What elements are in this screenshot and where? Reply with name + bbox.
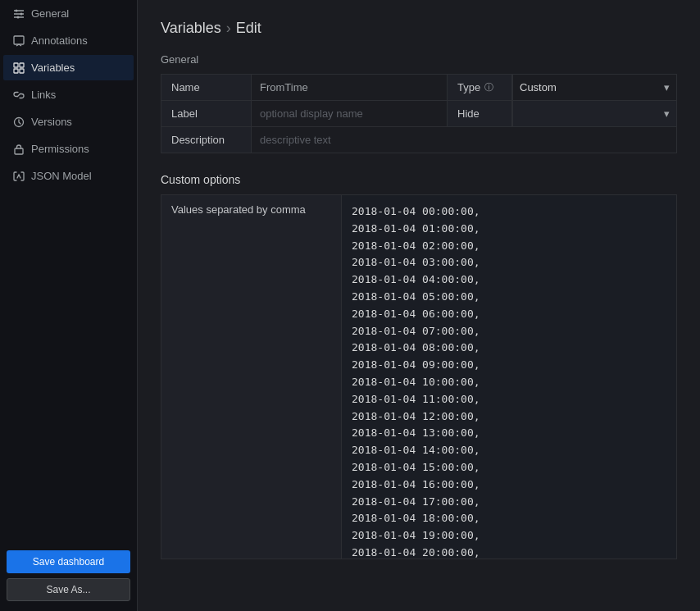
description-input-cell bbox=[252, 127, 676, 153]
sidebar-item-label: Permissions bbox=[31, 143, 89, 155]
type-label: Type bbox=[457, 81, 480, 93]
annotations-icon bbox=[13, 35, 25, 47]
description-label: Description bbox=[161, 127, 252, 153]
general-icon bbox=[13, 8, 25, 20]
name-label: Name bbox=[161, 75, 252, 100]
svg-rect-10 bbox=[20, 63, 24, 67]
description-row: Description bbox=[161, 126, 677, 153]
custom-values-textarea[interactable] bbox=[342, 195, 676, 559]
sidebar-item-label: JSON Model bbox=[31, 170, 92, 182]
hide-label: Hide bbox=[447, 101, 512, 126]
versions-icon bbox=[13, 116, 25, 128]
save-as-button[interactable]: Save As... bbox=[7, 578, 130, 601]
sidebar-item-label: Variables bbox=[31, 62, 75, 74]
sidebar-item-label: Versions bbox=[31, 116, 72, 128]
sidebar-item-label: Links bbox=[31, 89, 56, 101]
svg-rect-6 bbox=[14, 36, 24, 44]
custom-options-row: Values separated by comma bbox=[161, 194, 677, 559]
name-type-row: Name Type ⓘ Custom Query Interval Text b… bbox=[161, 74, 677, 100]
svg-point-3 bbox=[16, 9, 18, 11]
info-icon: ⓘ bbox=[484, 81, 493, 93]
hide-select[interactable]: Label Variable bbox=[520, 107, 664, 120]
links-icon bbox=[13, 89, 25, 101]
svg-rect-11 bbox=[14, 69, 18, 73]
variables-icon bbox=[13, 62, 25, 74]
type-select[interactable]: Custom Query Interval Text box Constant … bbox=[520, 81, 664, 93]
save-dashboard-button[interactable]: Save dashboard bbox=[7, 550, 130, 573]
permissions-icon bbox=[13, 144, 25, 155]
sidebar-item-label: Annotations bbox=[31, 34, 88, 47]
sidebar-item-versions[interactable]: Versions bbox=[3, 109, 134, 135]
general-section-title: General bbox=[161, 53, 677, 66]
label-input[interactable] bbox=[252, 101, 447, 126]
svg-rect-14 bbox=[15, 148, 23, 154]
label-hide-row: Label Hide Label Variable ▾ bbox=[161, 100, 677, 126]
type-label-cell: Type ⓘ bbox=[447, 75, 512, 100]
hide-chevron-icon: ▾ bbox=[664, 107, 670, 120]
svg-point-5 bbox=[17, 16, 20, 18]
custom-values-cell bbox=[342, 195, 676, 559]
breadcrumb-root: Variables bbox=[161, 20, 221, 37]
sidebar-item-permissions[interactable]: Permissions bbox=[3, 136, 134, 162]
custom-options-title: Custom options bbox=[161, 173, 677, 186]
label-input-cell bbox=[252, 101, 447, 126]
type-select-cell: Custom Query Interval Text box Constant … bbox=[512, 75, 676, 100]
name-input[interactable] bbox=[252, 75, 447, 100]
breadcrumb: Variables › Edit bbox=[161, 20, 677, 37]
sidebar-item-general[interactable]: General bbox=[3, 1, 134, 26]
svg-rect-9 bbox=[14, 63, 18, 67]
label-label: Label bbox=[161, 101, 252, 126]
name-input-cell bbox=[252, 75, 447, 100]
sidebar-item-links[interactable]: Links bbox=[3, 82, 134, 107]
svg-point-4 bbox=[20, 12, 23, 15]
sidebar-item-label: General bbox=[31, 7, 69, 20]
description-input[interactable] bbox=[252, 127, 676, 153]
values-label: Values separated by comma bbox=[161, 195, 342, 559]
json-icon bbox=[13, 171, 25, 182]
main-content: Variables › Edit General Name Type ⓘ Cus… bbox=[138, 0, 700, 611]
sidebar-item-json-model[interactable]: JSON Model bbox=[3, 163, 134, 189]
type-chevron-icon: ▾ bbox=[664, 81, 670, 93]
breadcrumb-page: Edit bbox=[236, 20, 261, 37]
sidebar-item-annotations[interactable]: Annotations bbox=[3, 28, 134, 53]
sidebar: General Annotations Variables bbox=[0, 0, 138, 611]
svg-rect-12 bbox=[20, 69, 24, 73]
sidebar-item-variables[interactable]: Variables bbox=[3, 55, 134, 80]
breadcrumb-separator: › bbox=[226, 20, 231, 37]
hide-select-cell: Label Variable ▾ bbox=[512, 101, 676, 126]
